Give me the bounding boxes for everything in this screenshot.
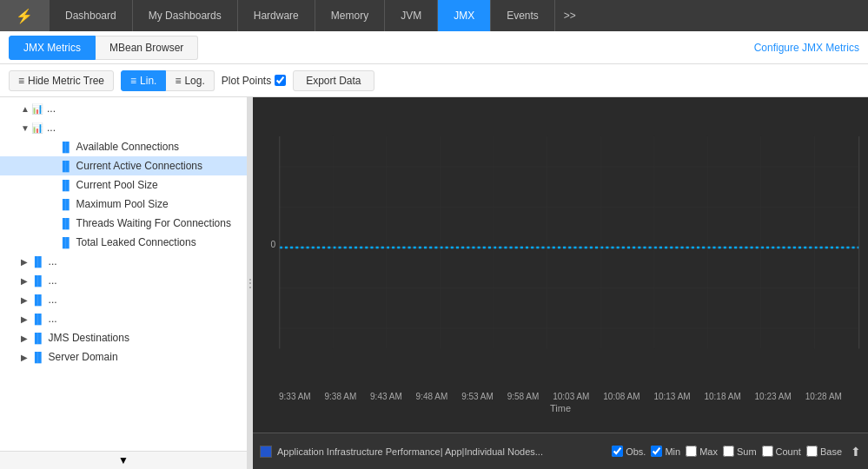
chart-icon-3: ▐▌ [31,256,45,267]
mbean-browser-tab[interactable]: MBean Browser [96,36,198,60]
arrow-down-icon: ▼ [21,123,31,133]
time-label-4: 9:53 AM [461,392,494,401]
tree-group-2[interactable]: ▼ 📊 ... [0,118,247,137]
sum-checkbox[interactable] [723,446,734,457]
log-icon: ≡ [175,75,181,87]
nav-tab-myDashboards[interactable]: My Dashboards [133,0,238,31]
min-checkbox[interactable] [651,446,662,457]
lin-view-button[interactable]: ≡ Lin. [121,70,166,91]
bar-chart-icon-5: ▐▌ [59,218,73,228]
arrow-right-4: ▶ [21,276,31,286]
time-axis-label: Time [262,403,859,413]
time-label-2: 9:43 AM [370,392,402,401]
bar-chart-icon: ▐▌ [59,142,73,152]
sub-header: JMX Metrics MBean Browser Configure JMX … [0,31,868,64]
chart-container: 0 [253,97,868,433]
base-check-group: Base [806,446,842,457]
nav-tab-hardware[interactable]: Hardware [238,0,315,31]
base-checkbox[interactable] [806,446,818,457]
arrow-right-5: ▶ [21,295,31,305]
bar-chart-icon-3: ▐▌ [59,180,73,190]
sidebar-item-jms-destinations[interactable]: ▶ ▐▌ JMS Destinations [0,328,247,347]
svg-text:0: 0 [271,238,276,249]
chart-icon-5: ▐▌ [31,294,45,305]
legend-text: Application Infrastructure Performance| … [277,446,606,457]
export-data-button[interactable]: Export Data [293,70,374,91]
sidebar-scroll-down[interactable]: ▼ [0,451,247,469]
max-check-group: Max [686,446,718,457]
tree-group-3[interactable]: ▶ ▐▌ ... [0,252,247,271]
plot-points-group: Plot Points [222,75,286,87]
arrow-right-server: ▶ [21,353,31,362]
bar-chart-icon-selected: ▐▌ [59,161,73,171]
chart-icon-6: ▐▌ [31,314,45,324]
tree-group-5[interactable]: ▶ ▐▌ ... [0,290,247,309]
toolbar: ≡ Hide Metric Tree ≡ Lin. ≡ Log. Plot Po… [0,64,868,97]
top-nav: ⚡ Dashboard My Dashboards Hardware Memor… [0,0,868,31]
chart-icon: 📊 [31,103,43,115]
time-label-6: 10:03 AM [553,392,589,401]
arrow-right-6: ▶ [21,314,31,324]
chart-icon-server: ▐▌ [31,352,45,362]
legend-color-box [260,446,272,458]
time-axis: 9:33 AM 9:38 AM 9:43 AM 9:48 AM 9:53 AM … [253,392,868,413]
sidebar-item-threads-waiting[interactable]: ▐▌ Threads Waiting For Connections [0,214,247,233]
main-layout: ▲ 📊 ... ▼ 📊 ... ▐▌ Available Connections… [0,97,868,469]
graph-area: 0 [253,97,868,469]
count-check-group: Count [762,446,801,457]
upload-icon[interactable]: ⬆ [851,445,861,459]
time-label-9: 10:18 AM [704,392,740,401]
sidebar-item-current-pool-size[interactable]: ▐▌ Current Pool Size [0,175,247,195]
more-tabs-button[interactable]: >> [555,0,585,31]
min-check-group: Min [651,446,680,457]
nav-tab-jmx[interactable]: JMX [438,0,491,31]
obs-checkbox[interactable] [612,446,623,457]
tree-group-6[interactable]: ▶ ▐▌ ... [0,309,247,328]
arrow-right-jms: ▶ [21,334,31,343]
nav-tab-jvm[interactable]: JVM [385,0,438,31]
chart-icon-2: 📊 [31,122,43,134]
nav-tab-memory[interactable]: Memory [315,0,385,31]
tree-icon: ≡ [18,75,24,87]
sidebar-item-maximum-pool-size[interactable]: ▐▌ Maximum Pool Size [0,195,247,214]
bar-chart-icon-4: ▐▌ [59,199,73,209]
hide-metric-tree-button[interactable]: ≡ Hide Metric Tree [9,70,114,91]
configure-jmx-link[interactable]: Configure JMX Metrics [754,42,859,54]
sidebar: ▲ 📊 ... ▼ 📊 ... ▐▌ Available Connections… [0,97,248,469]
log-view-button[interactable]: ≡ Log. [166,70,214,91]
chart-icon-4: ▐▌ [31,275,45,286]
scroll-down-arrow: ▼ [118,454,129,466]
count-checkbox[interactable] [762,446,773,457]
lightning-icon: ⚡ [16,8,33,24]
max-checkbox[interactable] [686,446,697,457]
time-label-7: 10:08 AM [603,392,639,401]
time-label-5: 9:58 AM [507,392,540,401]
time-label-8: 10:13 AM [653,392,690,401]
sidebar-item-server-domain[interactable]: ▶ ▐▌ Server Domain [0,347,247,367]
sidebar-item-total-leaked-connections[interactable]: ▐▌ Total Leaked Connections [0,233,247,252]
lin-icon: ≡ [130,75,136,87]
jmx-metrics-tab[interactable]: JMX Metrics [9,36,96,60]
time-label-3: 9:48 AM [416,392,448,401]
sidebar-item-available-connections[interactable]: ▐▌ Available Connections [0,137,247,156]
lightning-tab[interactable]: ⚡ [0,0,50,31]
scroll-up-arrow: ▲ [21,104,31,114]
plot-points-checkbox[interactable] [275,75,286,86]
bar-chart-icon-6: ▐▌ [59,237,73,248]
nav-tab-dashboard[interactable]: Dashboard [50,0,133,31]
time-label-11: 10:28 AM [805,392,842,401]
view-toggle: ≡ Lin. ≡ Log. [121,70,215,91]
chart-svg: 0 [253,106,868,389]
tree-group-4[interactable]: ▶ ▐▌ ... [0,271,247,290]
time-label-1: 9:38 AM [325,392,357,401]
sidebar-tree: ▲ 📊 ... ▼ 📊 ... ▐▌ Available Connections… [0,97,247,368]
nav-tab-events[interactable]: Events [491,0,555,31]
time-label-10: 10:23 AM [755,392,792,401]
obs-check-group: Obs. [612,446,646,457]
sidebar-item-current-active-connections[interactable]: ▐▌ Current Active Connections [0,156,247,175]
chart-icon-jms: ▐▌ [31,333,45,343]
time-label-0: 9:33 AM [279,392,311,401]
arrow-right-3: ▶ [21,257,31,267]
legend-row: Application Infrastructure Performance| … [253,433,868,469]
tree-scroll-up[interactable]: ▲ 📊 ... [0,99,247,118]
